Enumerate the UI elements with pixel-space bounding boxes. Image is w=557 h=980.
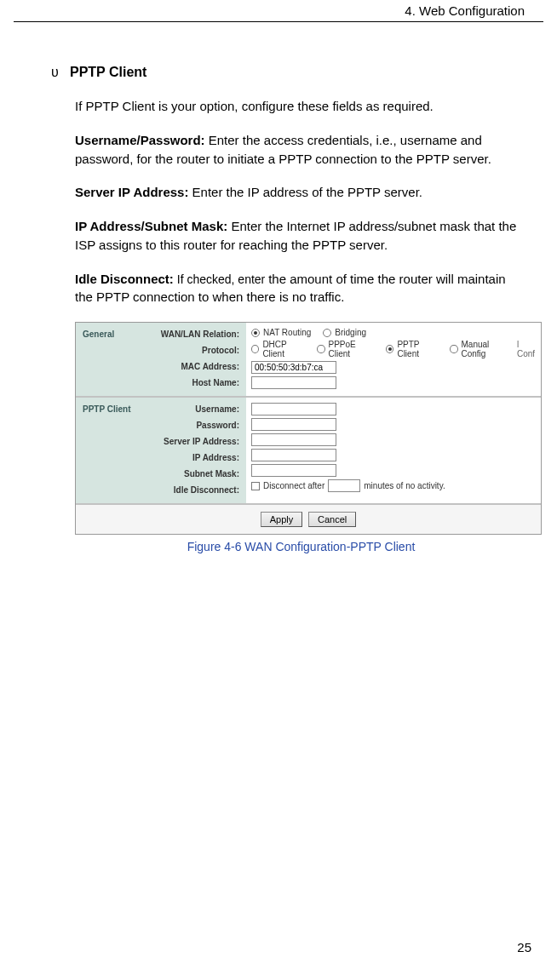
section-title: PPTP Client <box>70 65 146 80</box>
truncated-text: l Conf <box>517 340 537 358</box>
subnet-label: Subnet Mask: <box>83 467 239 480</box>
dhcp-radio[interactable] <box>251 345 259 353</box>
protocol-label: Protocol: <box>83 344 239 357</box>
mac-row: 00:50:50:3d:b7:ca <box>251 361 537 374</box>
apply-button[interactable]: Apply <box>261 512 303 527</box>
mac-value: 00:50:50:3d:b7:ca <box>255 363 323 372</box>
pptp-label: PPTP Client <box>397 340 439 358</box>
relation-row: NAT Routing Bridging <box>251 328 537 337</box>
def-ip-subnet: IP Address/Subnet Mask: Enter the Intern… <box>75 217 519 255</box>
wanlan-label: WAN/LAN Relation: <box>161 328 239 341</box>
def-server-ip: Server IP Address: Enter the IP address … <box>75 183 519 202</box>
ip-address-input[interactable] <box>251 449 336 461</box>
intro-paragraph: If PPTP Client is your option, configure… <box>75 97 519 116</box>
idle-disconnect-checkbox[interactable] <box>251 482 260 490</box>
pptp-radio[interactable] <box>386 345 393 353</box>
username-label: Username: <box>195 403 239 415</box>
subnet-mask-input[interactable] <box>251 464 336 477</box>
page-header: 4. Web Configuration <box>14 0 543 22</box>
manual-radio[interactable] <box>450 345 457 353</box>
figure: General WAN/LAN Relation: Protocol: MAC … <box>75 322 527 553</box>
pptp-label-column: PPTP Client Username: Password: Server I… <box>76 398 246 503</box>
manual-label: Manual Config <box>462 340 512 358</box>
panel-name-general: General <box>83 328 114 341</box>
idle-text-after: minutes of no activity. <box>364 481 445 490</box>
pppoe-radio[interactable] <box>317 345 324 353</box>
nat-routing-radio[interactable] <box>251 329 260 337</box>
bridging-label: Bridging <box>335 328 366 337</box>
def-text-prefix: If checked, enter <box>174 272 268 286</box>
mac-label: MAC Address: <box>83 360 239 373</box>
general-label-column: General WAN/LAN Relation: Protocol: MAC … <box>76 323 246 396</box>
figure-caption: Figure 4-6 WAN Configuration-PPTP Client <box>75 540 527 553</box>
cancel-button[interactable]: Cancel <box>308 512 356 527</box>
server-ip-input[interactable] <box>251 433 336 446</box>
chapter-title: 4. Web Configuration <box>405 3 525 18</box>
bridging-radio[interactable] <box>323 329 331 337</box>
host-row <box>251 376 537 389</box>
def-label: Idle Disconnect: <box>75 272 174 286</box>
pptp-fields: Disconnect after minutes of no activity. <box>246 398 541 503</box>
section-heading-row: υ PPTP Client <box>51 65 527 80</box>
server-label: Server IP Address: <box>83 435 239 448</box>
general-fields: NAT Routing Bridging DHCP Client PPPoE C… <box>246 323 541 396</box>
username-input[interactable] <box>251 403 336 415</box>
idle-minutes-input[interactable] <box>328 479 360 492</box>
dhcp-label: DHCP Client <box>262 340 307 358</box>
def-label: Server IP Address: <box>75 185 188 199</box>
nat-routing-label: NAT Routing <box>263 328 311 337</box>
pptp-panel: PPTP Client Username: Password: Server I… <box>76 398 541 505</box>
button-bar: Apply Cancel <box>76 505 541 534</box>
panel-name-pptp: PPTP Client <box>83 403 131 415</box>
def-text: Enter the IP address of the PPTP server. <box>188 185 422 199</box>
general-panel: General WAN/LAN Relation: Protocol: MAC … <box>76 323 541 398</box>
mac-input[interactable]: 00:50:50:3d:b7:ca <box>251 361 336 374</box>
config-screenshot: General WAN/LAN Relation: Protocol: MAC … <box>75 322 542 535</box>
password-label: Password: <box>83 419 239 432</box>
idle-row: Disconnect after minutes of no activity. <box>251 479 537 492</box>
bullet-icon: υ <box>51 65 70 80</box>
idle-label: Idle Disconnect: <box>83 484 239 496</box>
page-number: 25 <box>517 940 531 954</box>
password-input[interactable] <box>251 418 336 431</box>
def-idle-disconnect: Idle Disconnect: If checked, enter the a… <box>75 270 519 307</box>
host-input[interactable] <box>251 376 336 389</box>
def-label: Username/Password: <box>75 133 205 147</box>
pppoe-label: PPPoE Client <box>329 340 376 358</box>
host-label: Host Name: <box>83 376 239 389</box>
def-username-password: Username/Password: Enter the access cred… <box>75 131 519 169</box>
body-text: If PPTP Client is your option, configure… <box>75 97 527 307</box>
idle-text-before: Disconnect after <box>263 481 324 490</box>
protocol-row: DHCP Client PPPoE Client PPTP Client Man… <box>251 340 537 358</box>
ip-label: IP Address: <box>83 451 239 464</box>
page-content: υ PPTP Client If PPTP Client is your opt… <box>0 22 557 553</box>
def-label: IP Address/Subnet Mask: <box>75 219 227 233</box>
